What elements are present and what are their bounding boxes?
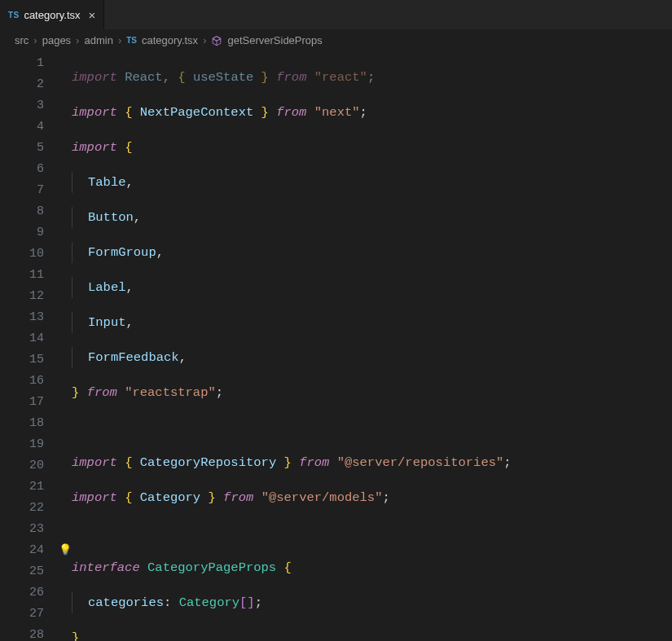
breadcrumb-item[interactable]: src: [15, 34, 29, 46]
tab-bar: TS category.tsx ×: [0, 0, 672, 29]
line-number: 3: [0, 95, 51, 116]
close-icon[interactable]: ×: [86, 9, 96, 21]
code-line: import { Category } from "@server/models…: [72, 487, 672, 508]
line-number: 18: [0, 413, 51, 434]
code-line: }: [72, 627, 672, 641]
code-content[interactable]: import React, { useState } from "react";…: [51, 53, 672, 641]
chevron-right-icon: ›: [118, 34, 121, 46]
line-number: 20: [0, 455, 51, 476]
line-number: 14: [0, 328, 51, 349]
code-line: [72, 522, 672, 543]
code-line: FormFeedback,: [72, 347, 672, 368]
code-line: import {: [72, 137, 672, 158]
method-icon: [211, 35, 222, 46]
breadcrumb-item[interactable]: pages: [42, 34, 71, 46]
line-number: 27: [0, 604, 51, 625]
line-number: 4: [0, 116, 51, 138]
chevron-right-icon: ›: [33, 34, 37, 46]
line-number: 17: [0, 392, 51, 413]
code-editor[interactable]: 1 2 3 4 5 6 7 8 9 10 11 12 13 14 15 16 1…: [0, 53, 672, 641]
line-number: 13: [0, 307, 51, 328]
code-line: import React, { useState } from "react";: [72, 67, 672, 88]
typescript-badge-icon: TS: [8, 11, 19, 20]
code-line: interface CategoryPageProps {: [72, 557, 672, 578]
line-number: 15: [0, 349, 51, 371]
chevron-right-icon: ›: [203, 34, 206, 46]
line-number: 25: [0, 561, 51, 582]
line-number: 8: [0, 201, 51, 222]
breadcrumb-symbol[interactable]: getServerSideProps: [227, 34, 322, 46]
line-number: 12: [0, 286, 51, 307]
tab-active[interactable]: TS category.tsx ×: [0, 0, 104, 29]
code-line: [72, 417, 672, 438]
code-line: import { CategoryRepository } from "@ser…: [72, 452, 672, 473]
line-number: 6: [0, 159, 51, 180]
line-number: 5: [0, 138, 51, 159]
line-number: 10: [0, 244, 51, 265]
code-line: categories: Category[];: [72, 592, 672, 613]
line-number: 21: [0, 476, 51, 498]
line-number: 16: [0, 371, 51, 392]
typescript-badge-icon: TS: [126, 36, 137, 45]
code-line: import { NextPageContext } from "next";: [72, 102, 672, 123]
line-number: 19: [0, 434, 51, 455]
code-line: } from "reactstrap";: [72, 382, 672, 403]
line-number: 7: [0, 180, 51, 201]
code-line: FormGroup,: [72, 242, 672, 263]
breadcrumb-file[interactable]: category.tsx: [142, 34, 198, 46]
code-line: Table,: [72, 172, 672, 193]
code-line: Label,: [72, 277, 672, 298]
line-number: 1: [0, 53, 51, 74]
tab-filename: category.tsx: [24, 9, 80, 21]
line-number: 2: [0, 74, 51, 95]
line-number: 9: [0, 222, 51, 244]
breadcrumb: src › pages › admin › TS category.tsx › …: [0, 29, 672, 53]
line-number: 24: [0, 540, 51, 561]
line-number: 23: [0, 519, 51, 540]
chevron-right-icon: ›: [76, 34, 79, 46]
code-line: Button,: [72, 207, 672, 228]
line-number: 22: [0, 498, 51, 519]
line-number: 28: [0, 625, 51, 641]
line-number: 26: [0, 582, 51, 604]
line-number-gutter: 1 2 3 4 5 6 7 8 9 10 11 12 13 14 15 16 1…: [0, 53, 51, 641]
line-number: 11: [0, 265, 51, 286]
code-line: Input,: [72, 312, 672, 333]
breadcrumb-item[interactable]: admin: [84, 34, 112, 46]
